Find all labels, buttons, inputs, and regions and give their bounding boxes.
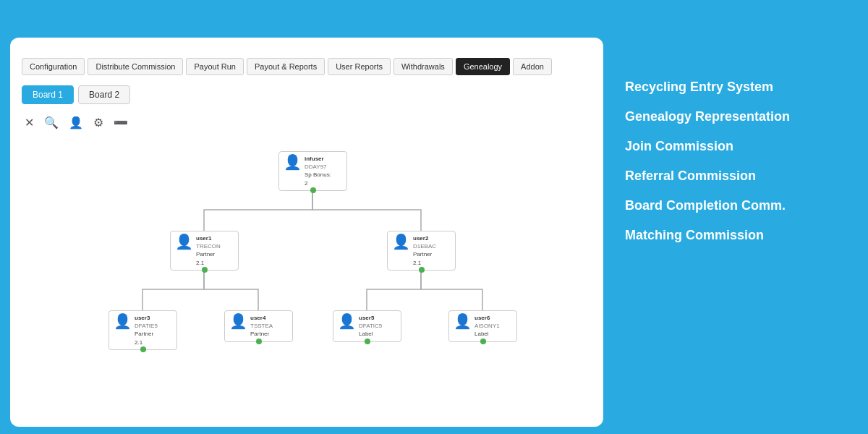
tree-area: 👤 infuser DDAY97 Sp Bonus: 2 👤 user1 TRE…	[22, 137, 592, 397]
node-info: user4 TSSTEA Partner	[250, 314, 273, 339]
node-dot	[202, 267, 208, 273]
node-avatar: 👤	[114, 314, 132, 328]
sidebar-item-1[interactable]: Genealogy Representation	[625, 109, 851, 124]
tree-node-rr[interactable]: 👤 user6 AISONY1 Label	[448, 310, 517, 342]
node-dot	[419, 267, 425, 273]
tree-node-root[interactable]: 👤 infuser DDAY97 Sp Bonus: 2	[278, 151, 347, 191]
tab-genealogy[interactable]: Genealogy	[456, 58, 510, 75]
tab-distribute-commission[interactable]: Distribute Commission	[88, 58, 183, 75]
node-info: user5 DFATIC5 Label	[359, 314, 382, 339]
tab-payout-run[interactable]: Payout Run	[186, 58, 243, 75]
user-icon[interactable]: 👤	[69, 116, 83, 129]
tree-node-ll[interactable]: 👤 user3 DFATIE5 Partner 2.1	[109, 310, 177, 350]
sidebar-item-4[interactable]: Board Completion Comm.	[625, 198, 851, 213]
tab-payout-&-reports[interactable]: Payout & Reports	[247, 58, 325, 75]
node-avatar: 👤	[175, 234, 193, 249]
sidebar-item-3[interactable]: Referral Commission	[625, 169, 851, 184]
sidebar-item-2[interactable]: Join Commission	[625, 139, 851, 154]
tab-configuration[interactable]: Configuration	[22, 58, 85, 75]
right-sidebar: Recycling Entry SystemGenealogy Represen…	[608, 65, 868, 258]
node-info: user6 AISONY1 Label	[475, 314, 500, 339]
node-info: infuser DDAY97 Sp Bonus: 2	[305, 155, 331, 187]
node-avatar: 👤	[229, 314, 247, 328]
tabs-container: ConfigurationDistribute CommissionPayout…	[22, 58, 592, 75]
tree-node-lr[interactable]: 👤 user4 TSSTEA Partner	[224, 310, 293, 342]
node-avatar: 👤	[338, 314, 356, 328]
board-buttons: Board 1Board 2	[22, 85, 592, 104]
node-dot	[365, 339, 370, 344]
node-info: user2 D1EBAC Partner 2.1	[413, 234, 436, 267]
tab-withdrawals[interactable]: Withdrawals	[393, 58, 453, 75]
sidebar-item-5[interactable]: Matching Commission	[625, 228, 851, 243]
tab-addon[interactable]: Addon	[513, 58, 552, 75]
node-info: user1 TRECON Partner 2.1	[196, 234, 221, 267]
settings-icon[interactable]: ⚙	[93, 116, 103, 129]
minus-icon[interactable]: ➖	[114, 116, 128, 129]
node-avatar: 👤	[284, 155, 302, 169]
node-avatar: 👤	[454, 314, 472, 328]
node-dot	[310, 187, 316, 193]
sidebar-item-0[interactable]: Recycling Entry System	[625, 80, 851, 95]
search-icon[interactable]: 🔍	[44, 116, 59, 129]
cross-icon[interactable]: ✕	[25, 116, 34, 129]
tree-node-rl[interactable]: 👤 user5 DFATIC5 Label	[333, 310, 401, 342]
tree-node-left[interactable]: 👤 user1 TRECON Partner 2.1	[170, 231, 239, 271]
icon-toolbar: ✕🔍👤⚙➖	[22, 116, 592, 129]
node-dot	[480, 339, 486, 344]
node-avatar: 👤	[392, 234, 410, 249]
node-dot	[140, 346, 146, 352]
node-dot	[256, 339, 262, 344]
board-btn-1[interactable]: Board 1	[22, 85, 74, 104]
board-btn-2[interactable]: Board 2	[78, 85, 130, 104]
tab-user-reports[interactable]: User Reports	[328, 58, 391, 75]
main-panel: ConfigurationDistribute CommissionPayout…	[10, 38, 603, 427]
node-info: user3 DFATIE5 Partner 2.1	[135, 314, 158, 346]
tree-node-right[interactable]: 👤 user2 D1EBAC Partner 2.1	[387, 231, 456, 271]
page-title	[0, 0, 608, 12]
